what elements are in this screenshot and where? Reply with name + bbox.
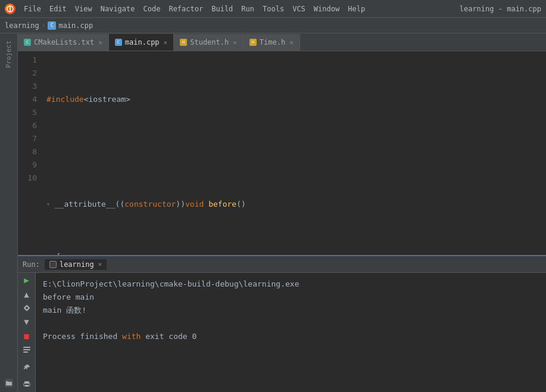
tab-main[interactable]: C main.cpp × [109,34,174,51]
tab-cmake-close[interactable]: × [98,39,102,46]
svg-rect-4 [23,351,28,353]
tab-bar: C CMakeLists.txt × C main.cpp × H Studen… [18,33,546,51]
menu-view[interactable]: View [71,4,96,14]
run-tab-close[interactable]: × [98,260,102,268]
run-output-line-2: before main [43,291,539,304]
menu-run[interactable]: Run [238,4,258,14]
tab-time-label: Time.h [260,38,285,46]
menu-edit[interactable]: Edit [46,4,70,14]
tab-student[interactable]: H Student.h × [174,34,244,51]
pin-icon-btn[interactable] [20,361,33,374]
editor-area: C CMakeLists.txt × C main.cpp × H Studen… [18,33,546,392]
menu-tools[interactable]: Tools [259,4,288,14]
svg-rect-3 [23,349,30,350]
app-icon [5,4,15,14]
student-tab-icon: H [180,39,187,46]
window-title: learning - main.cpp [460,5,541,13]
tab-time[interactable]: H Time.h × [244,34,300,51]
menu-build[interactable]: Build [208,4,236,14]
cmake-tab-icon: C [24,39,31,46]
time-tab-icon: H [249,39,257,46]
menu-file[interactable]: File [20,4,45,14]
tab-student-close[interactable]: × [233,39,237,46]
run-toolbar: ▶ ▲ ▼ ■ [18,273,36,392]
sidebar-label: Project [5,41,13,68]
run-output-line-1: E:\ClionProject\learning\cmake-build-deb… [43,278,539,291]
left-sidebar: Project [0,33,18,392]
svg-rect-7 [25,385,29,387]
svg-rect-2 [23,347,30,348]
menu-vcs[interactable]: VCS [289,4,309,14]
code-line-2 [46,145,541,158]
line-numbers: 1 2 3 4 5 6 7 8 9 10 [18,51,42,255]
tab-student-label: Student.h [190,38,229,46]
run-output-line-5: Process finished with exit code 0 [43,330,539,343]
menu-window[interactable]: Window [310,4,343,14]
print-icon-btn[interactable] [20,378,33,391]
tab-time-close[interactable]: × [289,39,294,46]
run-wrench-button[interactable] [21,304,33,312]
run-play-button[interactable]: ▶ [21,275,33,285]
code-line-4: { [46,250,541,255]
run-output: E:\ClionProject\learning\cmake-build-deb… [36,273,546,392]
breadcrumb-project[interactable]: learning [5,21,39,30]
title-bar: File Edit View Navigate Code Refactor Bu… [0,0,546,18]
code-editor[interactable]: 1 2 3 4 5 6 7 8 9 10 #include<iostream> [18,51,546,255]
breadcrumb-separator: › [42,21,46,29]
run-stop-button[interactable]: ■ [21,331,33,341]
folder-icon[interactable] [5,379,13,387]
breadcrumb: learning › C main.cpp [0,18,546,33]
menu-navigate[interactable]: Navigate [97,4,139,14]
tab-main-label: main.cpp [125,38,160,46]
menu-code[interactable]: Code [140,4,164,14]
breadcrumb-file[interactable]: C main.cpp [48,21,93,30]
cpp-tab-icon: C [115,39,122,46]
bottom-icons [20,359,33,392]
run-tab-bar: Run: learning × [18,256,546,273]
tab-cmake-label: CMakeLists.txt [34,38,94,46]
run-label: Run: [23,260,40,269]
run-output-line-3: main 函数! [43,304,539,317]
run-down-button[interactable]: ▼ [21,317,33,326]
menu-bar: File Edit View Navigate Code Refactor Bu… [20,4,369,14]
code-content[interactable]: #include<iostream> ▾ __attribute__((cons… [42,51,546,255]
tab-main-close[interactable]: × [164,39,168,46]
run-lines-button[interactable] [21,346,33,354]
run-up-button[interactable]: ▲ [21,290,33,299]
main-layout: Project C CMakeLists.txt × C main.cpp × … [0,33,546,392]
run-content: ▶ ▲ ▼ ■ [18,273,546,392]
run-tab-icon [49,261,57,268]
code-line-1: #include<iostream> [46,93,541,106]
menu-refactor[interactable]: Refactor [165,4,207,14]
run-tab-label: learning [60,260,94,269]
run-output-line-4 [43,317,539,330]
tab-cmake[interactable]: C CMakeLists.txt × [18,34,109,51]
code-line-3: ▾ __attribute__((constructor))void befor… [46,198,541,211]
file-icon: C [48,21,56,30]
menu-help[interactable]: Help [344,4,369,14]
run-tab-learning[interactable]: learning × [45,259,107,270]
run-panel: Run: learning × ▶ ▲ ▼ ■ [18,255,546,392]
